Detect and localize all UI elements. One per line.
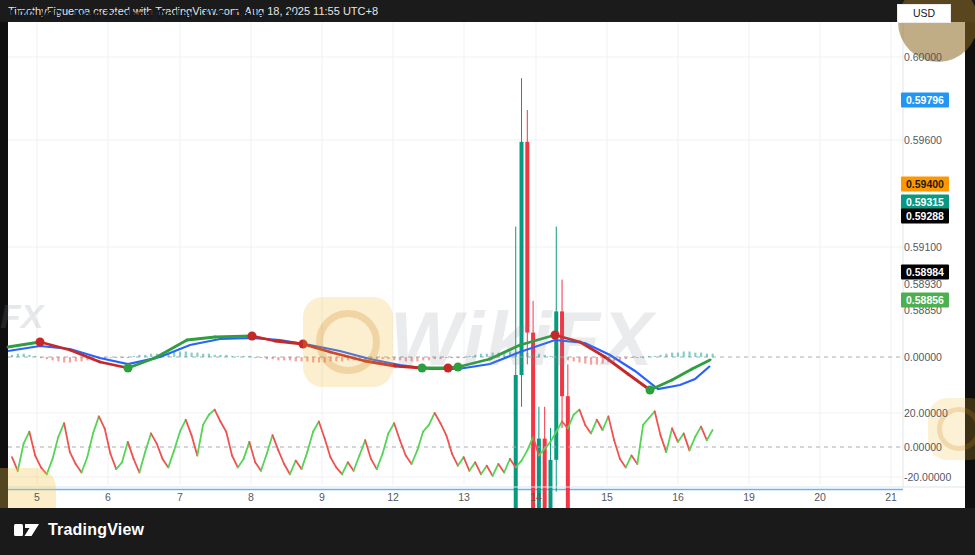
oscillator-axis-tick: -20.00000 <box>904 471 964 483</box>
time-axis-day-label: 9 <box>319 491 325 503</box>
price-badge: 0.58856 <box>901 293 949 308</box>
price-chart-canvas[interactable] <box>0 0 975 555</box>
tradingview-logo-icon <box>14 520 40 540</box>
price-axis-tick: 0.59100 <box>904 241 964 253</box>
time-axis-day-label: 13 <box>458 491 470 503</box>
price-axis-tick: 0.59600 <box>904 134 964 146</box>
time-axis-day-label: 15 <box>601 491 613 503</box>
wikifx-watermark-fx-text: FX <box>0 297 43 336</box>
tradingview-chart-screenshot: TimothyFigueroa created with TradingView… <box>0 0 975 555</box>
footer-bar: TradingView <box>0 508 975 555</box>
price-badge: 0.58984 <box>901 265 949 280</box>
price-axis-tick: 0.58930 <box>904 278 964 290</box>
time-axis-day-label: 20 <box>814 491 826 503</box>
price-badge: 0.59400 <box>901 177 949 192</box>
time-axis-day-label: 7 <box>177 491 183 503</box>
price-badge: 0.59796 <box>901 93 949 108</box>
time-axis-day-label: 6 <box>105 491 111 503</box>
price-badge: 0.59315 <box>901 195 949 210</box>
price-badge: 0.59288 <box>901 209 949 224</box>
time-axis-day-label: 19 <box>743 491 755 503</box>
time-axis-day-label: 14 <box>530 491 542 503</box>
tradingview-brand-text: TradingView <box>48 521 144 539</box>
macd-zero-tick: 0.00000 <box>904 351 964 363</box>
tradingview-logo[interactable]: TradingView <box>14 520 144 540</box>
time-axis-day-label: 21 <box>885 491 897 503</box>
time-axis-day-label: 16 <box>672 491 684 503</box>
price-axis-tick: 0.60000 <box>904 51 964 63</box>
time-axis-day-label: 12 <box>387 491 399 503</box>
oscillator-axis-tick: 0.00000 <box>904 441 964 453</box>
time-axis-day-label: 8 <box>248 491 254 503</box>
time-axis-day-label: 5 <box>34 491 40 503</box>
oscillator-axis-tick: 20.00000 <box>904 407 964 419</box>
currency-unit-label: USD <box>897 4 951 23</box>
symbol-title: NZDUSD . New Zealand Dollar / U.S. Dolla… <box>10 8 296 22</box>
